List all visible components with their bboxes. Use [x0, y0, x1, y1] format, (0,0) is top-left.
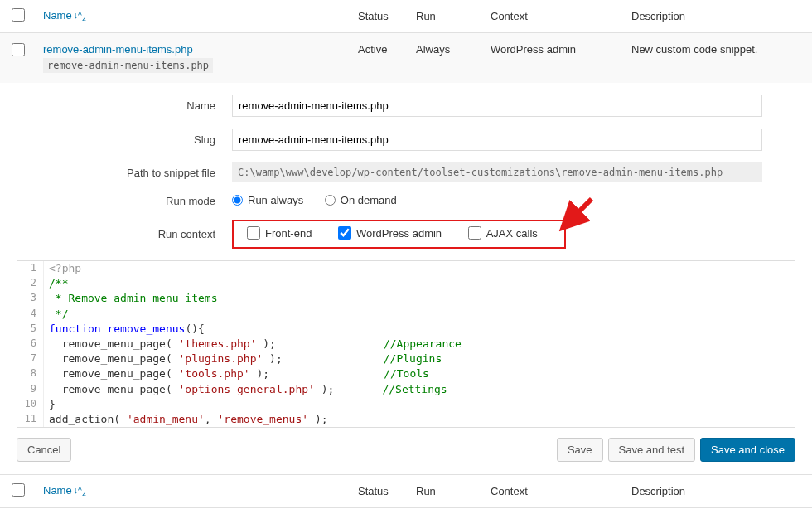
slug-label: Slug	[17, 133, 232, 146]
editor-panel: Name Slug Path to snippet file C:\wamp\w…	[0, 95, 812, 474]
footer-column-status-header[interactable]: Status	[351, 475, 409, 508]
path-label: Path to snippet file	[17, 167, 232, 179]
context-frontend[interactable]: Front-end	[242, 226, 312, 240]
runmode-ondemand-radio[interactable]	[325, 195, 336, 206]
context-highlight-box: Front-end WordPress admin AJAX calls	[232, 220, 566, 249]
context-frontend-checkbox[interactable]	[247, 226, 260, 240]
footer-column-name-header[interactable]: Name↓ᴬz	[43, 484, 86, 497]
context-ajax-checkbox[interactable]	[468, 226, 481, 240]
runmode-label: Run mode	[17, 195, 232, 207]
context-ajax[interactable]: AJAX calls	[463, 226, 538, 240]
name-input[interactable]	[232, 95, 762, 117]
runmode-ondemand[interactable]: On demand	[325, 194, 397, 206]
context-label: Run context	[17, 228, 232, 240]
row-checkbox[interactable]	[12, 43, 25, 56]
select-all-footer-checkbox[interactable]	[12, 483, 25, 497]
footer-column-run-header[interactable]: Run	[409, 475, 484, 508]
save-test-button[interactable]: Save and test	[608, 438, 696, 462]
path-display: C:\wamp\www\develop/wp-content/toolset-c…	[232, 162, 762, 182]
row-run: Always	[409, 33, 484, 84]
column-run-header[interactable]: Run	[409, 0, 484, 33]
runmode-always-radio[interactable]	[232, 195, 243, 206]
runmode-always[interactable]: Run always	[232, 194, 303, 206]
sort-icon: ↓ᴬz	[74, 485, 86, 495]
save-close-button[interactable]: Save and close	[700, 438, 795, 462]
column-description-header[interactable]: Description	[625, 0, 812, 33]
column-name-header[interactable]: Name↓ᴬz	[43, 9, 86, 22]
name-label: Name	[17, 99, 232, 112]
footer-column-context-header[interactable]: Context	[484, 475, 625, 508]
context-wpadmin-checkbox[interactable]	[338, 226, 351, 240]
cancel-button[interactable]: Cancel	[17, 438, 71, 462]
snippet-title-link[interactable]: remove-admin-menu-items.php	[43, 43, 193, 56]
row-status: Active	[351, 33, 409, 84]
snippet-slug-preview: remove-admin-menu-items.php	[43, 58, 213, 73]
table-row: remove-admin-menu-items.php remove-admin…	[0, 33, 812, 84]
column-context-header[interactable]: Context	[484, 0, 625, 33]
annotation-arrow-icon	[554, 195, 596, 236]
slug-input[interactable]	[232, 128, 762, 151]
save-button[interactable]: Save	[557, 438, 603, 462]
select-all-checkbox[interactable]	[12, 8, 25, 22]
row-context: WordPress admin	[484, 33, 625, 84]
context-wpadmin[interactable]: WordPress admin	[333, 226, 442, 240]
snippets-table: Name↓ᴬz Status Run Context Description r…	[0, 0, 812, 508]
col-name-label: Name	[43, 9, 72, 22]
sort-icon: ↓ᴬz	[74, 10, 86, 20]
footer-column-description-header[interactable]: Description	[625, 475, 812, 508]
code-editor[interactable]: 1<?php 2/** 3 * Remove admin menu items …	[17, 260, 795, 428]
row-description: New custom code snippet.	[625, 33, 812, 84]
column-status-header[interactable]: Status	[351, 0, 409, 33]
